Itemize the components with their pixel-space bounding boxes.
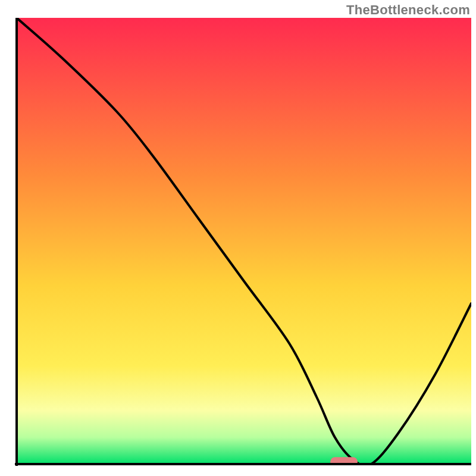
gradient-background [17,18,471,464]
chart-container: TheBottleneck.com [0,0,476,476]
watermark-text: TheBottleneck.com [346,2,470,18]
bottleneck-chart [0,0,476,476]
